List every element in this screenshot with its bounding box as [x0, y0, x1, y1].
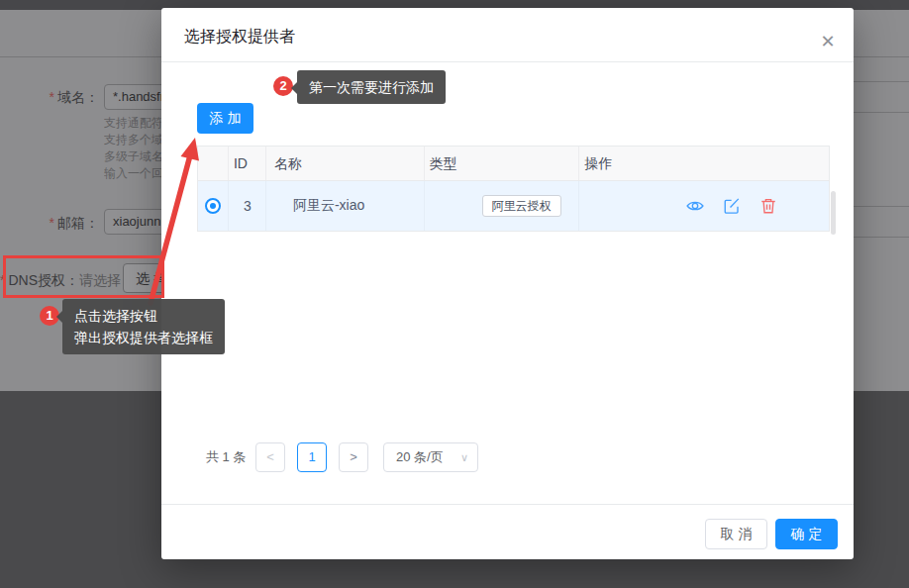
table-scrollbar-thumb[interactable]: [831, 191, 836, 235]
dialog-title: 选择授权提供者: [184, 27, 295, 48]
background-divider: [852, 237, 909, 238]
required-asterisk: *: [50, 215, 54, 231]
step-1-tooltip-line1: 点击选择按钮: [74, 305, 213, 327]
page-size-select[interactable]: 20 条/页 ∨: [383, 442, 478, 472]
row-actions-cell: [579, 181, 829, 231]
background-divider: [852, 206, 909, 207]
delete-icon[interactable]: [759, 197, 777, 215]
highlight-rectangle: [3, 255, 164, 298]
header-id: ID: [229, 147, 266, 180]
required-asterisk: *: [50, 89, 54, 105]
pagination-total: 共 1 条: [206, 442, 246, 472]
type-tag: 阿里云授权: [482, 195, 561, 217]
add-button[interactable]: 添 加: [197, 103, 253, 134]
step-1-tooltip: 点击选择按钮 弹出授权提供者选择框: [62, 299, 225, 354]
background-divider: [852, 112, 909, 113]
header-name: 名称: [266, 147, 425, 180]
pagination-prev-icon[interactable]: <: [255, 442, 285, 472]
row-id-cell: 3: [229, 181, 266, 231]
step-1-tooltip-line2: 弹出授权提供者选择框: [74, 327, 213, 348]
table-header-row: ID 名称 类型 操作: [198, 147, 829, 181]
edit-icon[interactable]: [723, 197, 741, 215]
header-divider: [161, 61, 854, 62]
cancel-button[interactable]: 取 消: [705, 519, 767, 549]
background-divider: [852, 81, 909, 82]
header-select-col: [198, 147, 229, 180]
footer-divider: [161, 504, 854, 505]
pagination-page-1[interactable]: 1: [297, 442, 327, 472]
confirm-button[interactable]: 确 定: [775, 519, 838, 549]
close-icon[interactable]: ✕: [815, 29, 841, 54]
page-size-value: 20 条/页: [396, 443, 444, 471]
row-name-cell: 阿里云-xiao: [266, 181, 425, 231]
radio-selected[interactable]: [205, 198, 221, 214]
row-select-cell: [198, 181, 229, 231]
table-row[interactable]: 3 阿里云-xiao 阿里云授权: [198, 181, 829, 231]
row-type-cell: 阿里云授权: [425, 181, 580, 231]
step-2-tooltip-text: 第一次需要进行添加: [309, 79, 434, 95]
domain-label: *域名：: [0, 89, 99, 107]
chevron-down-icon: ∨: [460, 443, 468, 471]
select-provider-dialog: 选择授权提供者 ✕ 添 加 ID 名称 类型 操作 3 阿里云-xiao 阿里云…: [161, 8, 854, 559]
view-icon[interactable]: [686, 197, 704, 215]
email-label: *邮箱：: [0, 215, 99, 233]
step-2-tooltip: 第一次需要进行添加: [297, 70, 446, 104]
screen: *域名： *.handsfree 支持通配符域名 支持多个域名、 多级子域名要分…: [0, 0, 909, 588]
header-type: 类型: [425, 147, 580, 180]
step-2-badge: 2: [273, 76, 293, 96]
header-actions: 操作: [579, 147, 829, 180]
provider-table: ID 名称 类型 操作 3 阿里云-xiao 阿里云授权: [197, 146, 830, 232]
pagination-next-icon[interactable]: >: [339, 442, 368, 472]
